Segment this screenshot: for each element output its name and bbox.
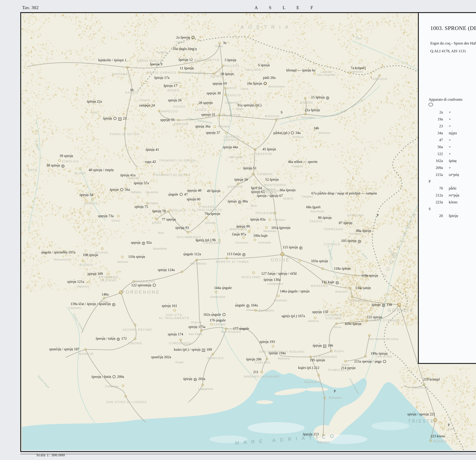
outer-rule xyxy=(20,454,476,454)
scale-note: Scala 1: 300.000 xyxy=(36,453,65,457)
map-frame xyxy=(20,12,476,452)
atlas-title: A S L E F xyxy=(0,5,476,10)
